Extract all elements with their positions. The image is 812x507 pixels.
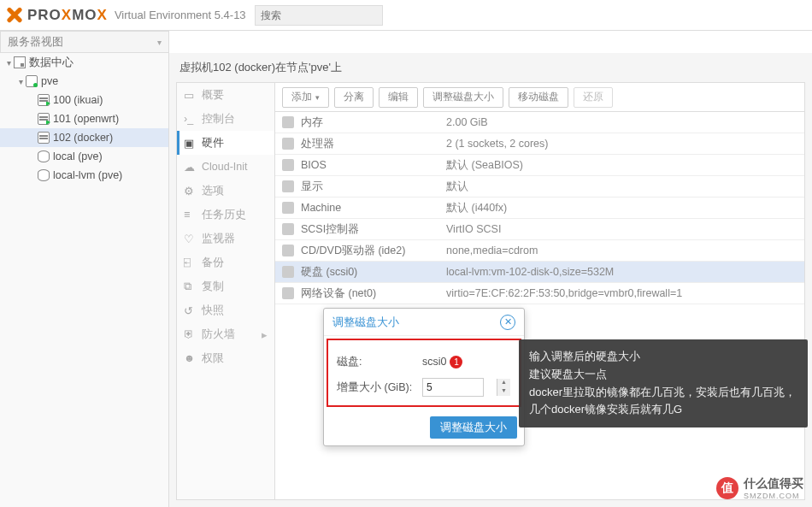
product-version: Virtual Environment 5.4-13 — [115, 9, 246, 21]
hw-row-network[interactable]: 网络设备 (net0)virtio=7E:CF:62:2F:53:50,brid… — [275, 283, 804, 304]
user-icon: ☻ — [184, 352, 196, 364]
chevron-right-icon: ▸ — [262, 328, 268, 341]
tree-vm-101[interactable]: 101 (openwrt) — [0, 109, 168, 128]
vm-stopped-icon — [38, 132, 50, 144]
cpu-icon — [282, 138, 294, 150]
hw-row-machine[interactable]: Machine默认 (i440fx) — [275, 197, 804, 219]
list-icon: ≡ — [184, 209, 196, 221]
tree-vm-102[interactable]: 102 (docker) — [0, 128, 168, 147]
config-menu: ▭概要 ›_控制台 ▣硬件 ☁Cloud-Init ⚙选项 ≡任务历史 ♡监视器… — [177, 83, 275, 499]
annotation-badge-1: 1 — [450, 356, 462, 368]
heartbeat-icon: ♡ — [184, 233, 196, 245]
machine-icon — [282, 202, 294, 214]
shield-icon: ⛨ — [184, 328, 196, 340]
hw-row-scsi[interactable]: SCSI控制器VirtIO SCSI — [275, 219, 804, 240]
resize-confirm-button[interactable]: 调整磁盘大小 — [430, 416, 517, 439]
revert-button[interactable]: 还原 — [574, 87, 613, 108]
copy-icon: ⧉ — [184, 280, 196, 292]
disc-icon — [282, 245, 294, 256]
search-input[interactable] — [255, 5, 383, 26]
vm-running-icon — [38, 113, 50, 125]
menu-cloudinit[interactable]: ☁Cloud-Init — [177, 155, 274, 179]
hdd-icon — [282, 266, 294, 278]
tree-vm-100[interactable]: 100 (ikuai) — [0, 91, 168, 109]
chevron-down-icon: ▾ — [315, 93, 320, 102]
edit-button[interactable]: 编辑 — [379, 87, 418, 108]
move-disk-button[interactable]: 移动磁盘 — [509, 87, 568, 108]
tree-storage-local-lvm[interactable]: local-lvm (pve) — [0, 166, 168, 185]
menu-backup[interactable]: ⍇备份 — [177, 251, 274, 274]
collapse-icon[interactable]: ▾ — [3, 58, 14, 68]
spin-up-icon[interactable]: ▲ — [497, 379, 510, 387]
breadcrumb: 虚拟机102 (docker)在节点'pve'上 — [169, 53, 812, 82]
spin-down-icon[interactable]: ▼ — [497, 387, 510, 396]
hw-row-memory[interactable]: 内存2.00 GiB — [275, 112, 804, 133]
disk-label: 磁盘: — [337, 355, 422, 369]
storage-icon — [38, 169, 50, 181]
size-increment-input[interactable] — [422, 378, 484, 397]
vm-running-icon — [38, 94, 50, 106]
view-selector[interactable]: 服务器视图 ▾ — [0, 31, 169, 53]
watermark-badge-icon: 值 — [716, 477, 738, 499]
display-icon — [282, 180, 294, 192]
hardware-icon: ▣ — [184, 137, 196, 149]
menu-summary[interactable]: ▭概要 — [177, 83, 274, 107]
watermark: 值 什么值得买 SMZDM.COM — [716, 476, 803, 500]
hw-row-harddisk[interactable]: 硬盘 (scsi0)local-lvm:vm-102-disk-0,size=5… — [275, 262, 804, 283]
memory-icon — [282, 116, 294, 128]
datacenter-icon — [14, 56, 26, 68]
storage-icon — [38, 150, 50, 162]
menu-options[interactable]: ⚙选项 — [177, 179, 274, 203]
hw-row-cpu[interactable]: 处理器2 (1 sockets, 2 cores) — [275, 133, 804, 155]
detach-button[interactable]: 分离 — [334, 87, 374, 108]
disk-value: scsi01 — [422, 356, 511, 368]
menu-console[interactable]: ›_控制台 — [177, 107, 274, 131]
hw-row-bios[interactable]: BIOS默认 (SeaBIOS) — [275, 155, 804, 176]
console-icon: ›_ — [184, 113, 196, 125]
chevron-down-icon: ▾ — [157, 38, 162, 47]
tooltip-annotation: 输入调整后的硬盘大小 建议硬盘大一点 docker里拉取的镜像都在几百兆，安装后… — [519, 339, 808, 427]
dialog-title: 调整磁盘大小 — [332, 315, 399, 330]
gear-icon: ⚙ — [184, 185, 196, 197]
size-label: 增量大小 (GiB): — [337, 380, 422, 395]
add-button[interactable]: 添加▾ — [282, 87, 329, 108]
logo-icon — [5, 6, 24, 25]
cloud-icon: ☁ — [184, 161, 196, 173]
menu-snapshot[interactable]: ↺快照 — [177, 298, 274, 322]
history-icon: ↺ — [184, 304, 196, 316]
tree-node-pve[interactable]: ▾ pve — [0, 72, 168, 91]
menu-firewall[interactable]: ⛨防火墙▸ — [177, 322, 274, 346]
node-icon — [26, 75, 38, 87]
backup-icon: ⍇ — [184, 256, 196, 268]
resize-disk-dialog: 调整磁盘大小 ✕ 磁盘: scsi01 增量大小 (GiB): ▲▼ 调整磁盘大… — [323, 308, 525, 446]
menu-taskhistory[interactable]: ≡任务历史 — [177, 203, 274, 227]
menu-replication[interactable]: ⧉复制 — [177, 274, 274, 298]
network-icon — [282, 287, 294, 299]
tree-datacenter[interactable]: ▾ 数据中心 — [0, 53, 168, 72]
menu-permissions[interactable]: ☻权限 — [177, 346, 274, 370]
tree-storage-local[interactable]: local (pve) — [0, 147, 168, 166]
hardware-toolbar: 添加▾ 分离 编辑 调整磁盘大小 移动磁盘 还原 — [275, 83, 804, 112]
menu-hardware[interactable]: ▣硬件 — [177, 131, 274, 155]
hw-row-cdrom[interactable]: CD/DVD驱动器 (ide2)none,media=cdrom — [275, 240, 804, 262]
summary-icon: ▭ — [184, 89, 196, 101]
controller-icon — [282, 223, 294, 235]
resource-tree: ▾ 数据中心 ▾ pve 100 (ikuai) 101 (openwrt) 1… — [0, 53, 169, 507]
menu-monitor[interactable]: ♡监视器 — [177, 227, 274, 251]
bios-icon — [282, 159, 294, 171]
top-header: PROXMOX Virtual Environment 5.4-13 — [0, 0, 812, 31]
close-button[interactable]: ✕ — [500, 315, 515, 330]
resize-disk-button[interactable]: 调整磁盘大小 — [423, 87, 503, 108]
collapse-icon[interactable]: ▾ — [15, 77, 26, 86]
logo-text: PROXMOX — [27, 7, 108, 24]
hw-row-display[interactable]: 显示默认 — [275, 176, 804, 197]
